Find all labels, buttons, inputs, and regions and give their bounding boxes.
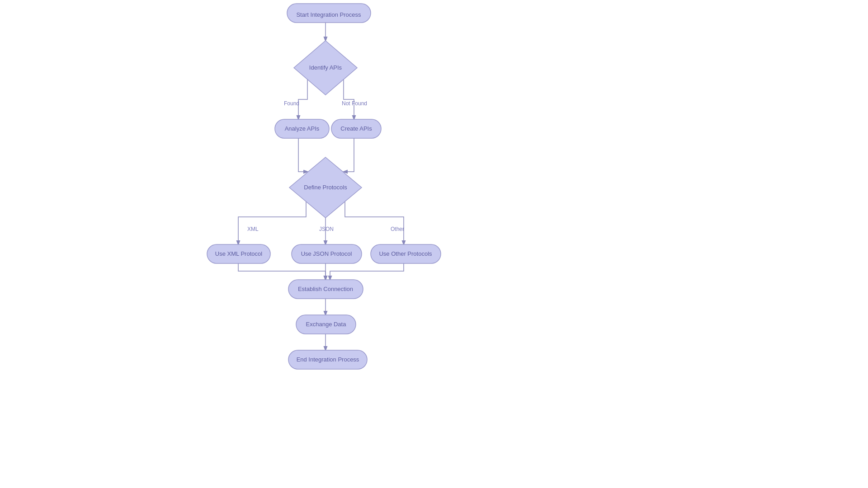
define-protocols-label: Define Protocols: [304, 184, 347, 191]
json-label: JSON: [319, 226, 334, 232]
exchange-label: Exchange Data: [306, 321, 347, 328]
found-label: Found: [284, 100, 299, 107]
xml-label: XML: [247, 226, 259, 232]
not-found-label: Not Found: [342, 100, 367, 107]
analyze-apis-label: Analyze APIs: [285, 125, 320, 132]
flowchart-container: Start Integration Process Identify APIs …: [0, 0, 868, 488]
establish-label: Establish Connection: [298, 286, 353, 292]
use-other-label: Use Other Protocols: [379, 250, 432, 257]
use-json-label: Use JSON Protocol: [301, 250, 352, 257]
other-label: Other: [391, 226, 404, 232]
create-apis-label: Create APIs: [340, 125, 372, 132]
flowchart-svg: Start Integration Process Identify APIs …: [0, 0, 868, 488]
identify-apis-label: Identify APIs: [309, 64, 342, 71]
use-xml-label: Use XML Protocol: [215, 250, 262, 257]
start-label: Start Integration Process: [296, 11, 361, 18]
end-label: End Integration Process: [297, 356, 359, 363]
